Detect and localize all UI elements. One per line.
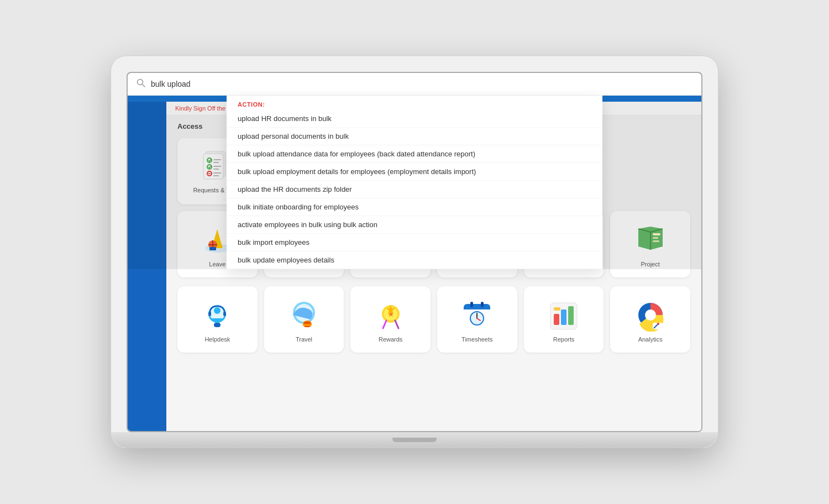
search-input[interactable] [151,80,692,88]
svg-line-104 [143,85,145,87]
travel-icon [287,298,321,332]
svg-point-71 [214,307,221,314]
svg-rect-73 [208,312,211,316]
module-analytics[interactable]: Analytics [610,286,690,353]
svg-rect-72 [214,323,221,327]
reports-icon [547,298,580,332]
svg-rect-94 [554,314,559,325]
svg-line-83 [383,321,386,328]
search-result-4[interactable]: upload the HR documents zip folder [227,181,602,198]
search-overlay: ACTION: upload HR documents in bulk uplo… [128,73,701,269]
search-result-3[interactable]: bulk upload employment details for emplo… [227,163,602,181]
module-rewards-label: Rewards [379,336,402,343]
module-helpdesk-label: Helpdesk [204,336,230,343]
search-bar [128,73,701,96]
svg-point-99 [645,309,656,321]
module-timesheets-label: Timesheets [461,336,492,343]
module-helpdesk[interactable]: Helpdesk [177,286,258,353]
search-result-2[interactable]: bulk upload attendance data for employee… [227,145,602,163]
search-icon [137,78,145,90]
search-result-1[interactable]: upload personal documents in bulk [227,128,602,145]
svg-rect-79 [303,324,312,326]
search-result-5[interactable]: bulk initiate onboarding for employees [227,198,602,216]
svg-rect-97 [554,307,560,311]
rewards-icon: ★ [374,298,407,332]
svg-rect-91 [470,302,473,307]
module-travel[interactable]: Travel [264,286,344,353]
search-section-label: ACTION: [227,96,602,110]
svg-point-102 [657,323,659,325]
module-reports-label: Reports [553,336,575,343]
module-rewards[interactable]: ★ Rewards [350,286,431,353]
svg-rect-96 [568,306,574,325]
svg-line-84 [395,321,398,328]
svg-rect-74 [223,312,226,316]
timesheets-icon [460,298,494,332]
modules-row3: Helpdesk [166,286,701,361]
svg-rect-92 [481,302,484,307]
helpdesk-icon [201,298,234,332]
analytics-icon [634,298,667,332]
module-timesheets[interactable]: Timesheets [437,286,517,353]
svg-rect-95 [561,309,566,325]
search-result-7[interactable]: bulk import employees [227,234,602,251]
module-reports[interactable]: Reports [524,286,604,353]
search-result-0[interactable]: upload HR documents in bulk [227,110,602,128]
search-result-8[interactable]: bulk update employees details [227,251,602,269]
module-travel-label: Travel [296,336,312,343]
search-dropdown: ACTION: upload HR documents in bulk uplo… [227,96,602,269]
module-analytics-label: Analytics [638,336,663,343]
search-result-6[interactable]: activate employees in bulk using bulk ac… [227,216,602,234]
